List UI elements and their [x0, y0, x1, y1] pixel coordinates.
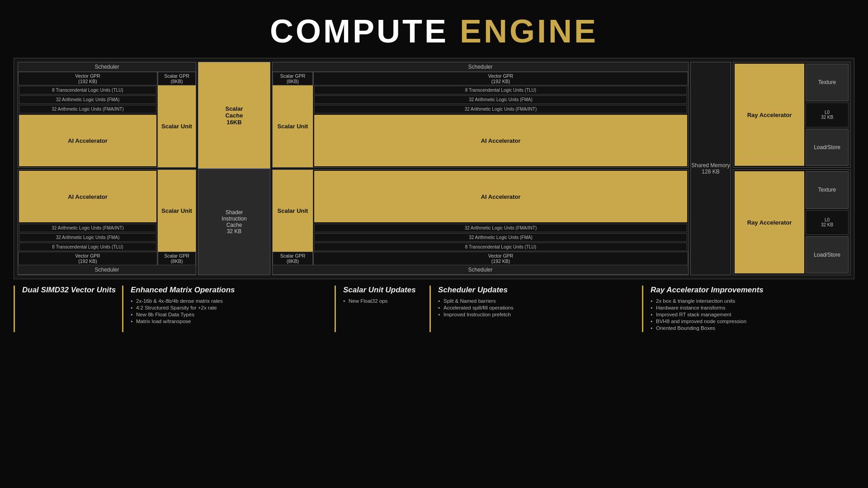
mid-scheduler-top: Scheduler: [273, 62, 688, 72]
title-compute: COMPUTE: [270, 13, 460, 49]
vector-gpr-mid-title-bottom: Vector GPR(192 KB): [313, 252, 688, 265]
matrix-item-2: 4:2 Structured Sparsity for +2x rate: [131, 305, 330, 310]
scheduler-items: Split & Named barriers Accelerated spill…: [438, 298, 637, 317]
fma-mid-bottom: 32 Arithmetic Logic Units (FMA): [314, 233, 687, 242]
scheduler-title: Scheduler Updates: [438, 286, 637, 295]
ray-unit-bottom: Ray Accelerator Texture L032 KB Load/Sto…: [733, 169, 850, 275]
tlu-bottom: 8 Transcendental Logic Units (TLU): [19, 243, 156, 251]
scalar-unit-mid-top: Scalar Unit: [273, 85, 313, 167]
ray-item-3: Improved RT stack management: [651, 312, 850, 317]
texture-top: Texture: [806, 64, 849, 101]
scalar-items: New Float32 ops: [343, 298, 425, 304]
simd-unit-top: Scheduler Vector GPR(192 KB) 8 Transcend…: [18, 62, 196, 168]
scalar-unit-bottom: Scalar Unit: [158, 170, 196, 252]
dual-simd-title: Dual SIMD32 Vector Units: [22, 286, 118, 295]
ai-mid-top: AI Accelerator: [314, 115, 687, 166]
l0-top: L032 KB: [806, 103, 849, 127]
scalar-title: Scalar Unit Updates: [343, 286, 425, 295]
matrix-title: Enhanced Matrix Operations: [131, 286, 330, 295]
fma-mid-top: 32 Arithmetic Logic Units (FMA): [314, 95, 687, 104]
ray-item-4: BVH8 and improved node compression: [651, 319, 850, 324]
matrix-item-1: 2x-16b & 4x-8b/4b dense matrix rates: [131, 298, 330, 304]
fma-int-mid-bottom: 32 Arithmetic Logic Units (FMA/INT): [314, 224, 687, 232]
load-store-bottom: Load/Store: [806, 236, 849, 274]
scheduler-item-2: Accelerated spill/fill operations: [438, 305, 637, 310]
vector-gpr-title-bottom: Vector GPR(192 KB): [18, 252, 157, 265]
scheduler-group: Scheduler Updates Split & Named barriers…: [429, 286, 637, 332]
ai-accelerator-bottom: AI Accelerator: [19, 171, 156, 222]
vector-gpr-top: Vector GPR(192 KB) 8 Transcendental Logi…: [18, 72, 157, 167]
scheduler-item-3: Improved Instruction prefetch: [438, 312, 637, 317]
ray-section: Ray Accelerator Texture L032 KB Load/Sto…: [733, 62, 850, 275]
ai-mid-bottom: AI Accelerator: [314, 171, 687, 222]
center-caches: ScalarCache16KB ShaderInstructionCache32…: [198, 62, 270, 275]
scalar-gpr-title-bottom: Scalar GPR(8KB): [158, 252, 196, 265]
mid-vectors: Scheduler Scalar GPR(8KB) Scalar Unit Ve…: [272, 62, 689, 275]
vec-gpr-mid-top: Vector GPR(192 KB) 8 Transcendental Logi…: [313, 72, 688, 167]
mid-scheduler-bottom: Scheduler: [273, 265, 688, 275]
tlu-top: 8 Transcendental Logic Units (TLU): [19, 86, 156, 94]
scalar-cache: ScalarCache16KB: [198, 62, 270, 169]
scalar-item-1: New Float32 ops: [343, 298, 425, 304]
ray-group: Ray Accelerator Improvements 2x box & tr…: [642, 286, 850, 332]
ray-right-bottom: Texture L032 KB Load/Store: [806, 171, 849, 273]
title-engine: ENGINE: [460, 13, 598, 49]
ray-item-1: 2x box & triangle intersection units: [651, 298, 850, 304]
diagram-container: Scheduler Vector GPR(192 KB) 8 Transcend…: [14, 58, 854, 279]
mid-unit-top: Scheduler Scalar GPR(8KB) Scalar Unit Ve…: [272, 62, 689, 168]
fma-bottom: 32 Arithmetic Logic Units (FMA): [19, 233, 156, 242]
tlu-mid-top: 8 Transcendental Logic Units (TLU): [314, 86, 687, 94]
fma-int-bottom: 32 Arithmetic Logic Units (FMA/INT): [19, 224, 156, 232]
vector-gpr-title-top: Vector GPR(192 KB): [18, 72, 157, 85]
ray-title: Ray Accelerator Improvements: [651, 286, 850, 295]
scalar-group: Scalar Unit Updates New Float32 ops: [335, 286, 425, 332]
ray-accelerator-bottom: Ray Accelerator: [735, 171, 804, 273]
matrix-item-4: Matrix load w/transpose: [131, 319, 330, 324]
scalar-gpr-mid-bottom: Scalar Unit Scalar GPR(8KB): [273, 170, 313, 265]
scalar-gpr-bottom: Scalar Unit Scalar GPR(8KB): [157, 170, 196, 265]
scalar-gpr-mid-title-bottom: Scalar GPR(8KB): [273, 252, 313, 265]
l0-bottom: L032 KB: [806, 210, 849, 235]
features-section: Dual SIMD32 Vector Units Enhanced Matrix…: [14, 286, 854, 332]
scheduler-item-1: Split & Named barriers: [438, 298, 637, 304]
mid-unit-bottom: Scalar Unit Scalar GPR(8KB) AI Accelerat…: [272, 169, 689, 275]
vector-gpr-mid-title-top: Vector GPR(192 KB): [313, 72, 688, 85]
vector-gpr-bottom: AI Accelerator 32 Arithmetic Logic Units…: [18, 170, 157, 265]
scalar-gpr-title-top: Scalar GPR(8KB): [158, 72, 196, 85]
ray-right-top: Texture L032 KB Load/Store: [806, 64, 849, 166]
simd-unit-bottom: AI Accelerator 32 Arithmetic Logic Units…: [18, 169, 196, 275]
matrix-item-3: New 8b Float Data Types: [131, 312, 330, 317]
scalar-unit-top: Scalar Unit: [158, 85, 196, 167]
scheduler-label-top: Scheduler: [18, 62, 196, 72]
scalar-unit-mid-bottom: Scalar Unit: [273, 170, 313, 252]
scalar-gpr-mid-top: Scalar GPR(8KB) Scalar Unit: [273, 72, 313, 167]
tlu-mid-bottom: 8 Transcendental Logic Units (TLU): [314, 243, 687, 251]
fma-int-top: 32 Arithmetic Logic Units (FMA/INT): [19, 105, 156, 113]
vec-gpr-mid-bottom: AI Accelerator 32 Arithmetic Logic Units…: [313, 170, 688, 265]
fma-int-mid-top: 32 Arithmetic Logic Units (FMA/INT): [314, 105, 687, 113]
ray-accelerator-top: Ray Accelerator: [735, 64, 804, 166]
dual-simd-group: Dual SIMD32 Vector Units: [14, 286, 118, 332]
left-simd-section: Scheduler Vector GPR(192 KB) 8 Transcend…: [18, 62, 196, 275]
scalar-gpr-top: Scalar GPR(8KB) Scalar Unit: [157, 72, 196, 167]
page-title: COMPUTE ENGINE: [0, 0, 868, 58]
load-store-top: Load/Store: [806, 129, 849, 166]
scalar-gpr-mid-title-top: Scalar GPR(8KB): [273, 72, 313, 85]
ray-unit-top: Ray Accelerator Texture L032 KB Load/Sto…: [733, 62, 850, 168]
ray-item-5: Oriented Bounding Boxes: [651, 325, 850, 331]
matrix-items: 2x-16b & 4x-8b/4b dense matrix rates 4:2…: [131, 298, 330, 324]
ray-items: 2x box & triangle intersection units Har…: [651, 298, 850, 331]
scheduler-label-bottom: Scheduler: [18, 265, 196, 275]
shader-cache: ShaderInstructionCache32 KB: [198, 169, 270, 275]
ai-accelerator-top: AI Accelerator: [19, 115, 156, 166]
texture-bottom: Texture: [806, 171, 849, 209]
fma-top: 32 Arithmetic Logic Units (FMA): [19, 95, 156, 104]
shared-memory: Shared Memory128 KB: [690, 62, 731, 275]
ray-item-2: Hardware instance transforms: [651, 305, 850, 310]
matrix-group: Enhanced Matrix Operations 2x-16b & 4x-8…: [122, 286, 330, 332]
